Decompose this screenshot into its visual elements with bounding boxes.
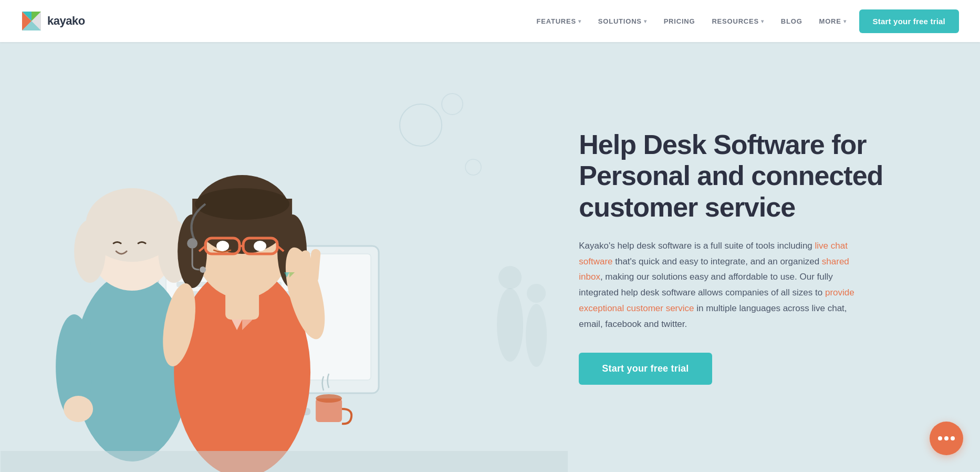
- chat-widget-button[interactable]: [930, 422, 963, 455]
- navbar: kayako FEATURES ▾ SOLUTIONS ▾ PRICING RE…: [0, 0, 980, 42]
- chat-dot-1: [938, 436, 942, 440]
- svg-point-7: [465, 159, 481, 175]
- svg-point-50: [497, 288, 523, 362]
- svg-point-5: [400, 104, 442, 146]
- bg-circle-2: [768, 214, 862, 309]
- svg-rect-49: [1, 451, 568, 472]
- svg-point-19: [74, 220, 106, 283]
- hero-cta-button[interactable]: Start your free trial: [579, 353, 712, 385]
- chat-dot-3: [951, 436, 955, 440]
- nav-links: FEATURES ▾ SOLUTIONS ▾ PRICING RESOURCES…: [536, 17, 846, 25]
- nav-pricing[interactable]: PRICING: [664, 17, 695, 25]
- nav-solutions[interactable]: SOLUTIONS ▾: [598, 17, 647, 25]
- hero-svg-illustration: [0, 62, 568, 472]
- svg-point-31: [195, 188, 289, 220]
- svg-point-39: [187, 238, 197, 249]
- nav-more[interactable]: MORE ▾: [819, 17, 847, 25]
- svg-point-53: [527, 284, 546, 303]
- hero-illustration-area: [0, 42, 568, 472]
- nav-blog[interactable]: BLOG: [781, 17, 802, 25]
- nav-features[interactable]: FEATURES ▾: [536, 17, 581, 25]
- chat-bubble-dots: [938, 436, 955, 440]
- logo-link[interactable]: kayako: [21, 11, 85, 32]
- svg-point-40: [200, 266, 206, 273]
- more-chevron: ▾: [843, 18, 847, 24]
- nav-resources[interactable]: RESOURCES ▾: [712, 17, 764, 25]
- resources-chevron: ▾: [761, 18, 764, 24]
- svg-point-23: [64, 396, 93, 422]
- chat-dot-2: [944, 436, 948, 440]
- svg-point-51: [498, 266, 522, 289]
- kayako-logo-icon: [21, 11, 42, 32]
- svg-point-48: [316, 394, 342, 403]
- svg-point-52: [526, 304, 547, 367]
- logo-text: kayako: [47, 14, 85, 28]
- svg-point-6: [442, 94, 463, 115]
- solutions-chevron: ▾: [644, 18, 647, 24]
- features-chevron: ▾: [578, 18, 581, 24]
- svg-point-38: [254, 241, 266, 251]
- hero-section: Help Desk Software for Personal and conn…: [0, 42, 980, 472]
- nav-cta-button[interactable]: Start your free trial: [859, 9, 959, 33]
- svg-point-37: [216, 241, 229, 251]
